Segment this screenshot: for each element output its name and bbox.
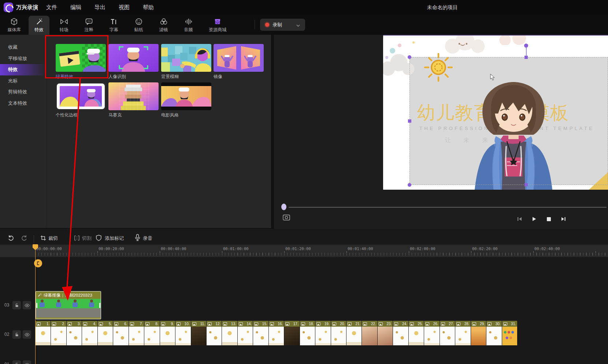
track-visibility-button[interactable] xyxy=(23,301,31,309)
timeline-image-clip[interactable]: 23. xyxy=(378,321,393,346)
timeline-image-clip[interactable]: 8. xyxy=(144,321,159,346)
record-voice-button[interactable]: 录音 xyxy=(143,235,152,242)
timeline-ruler[interactable]: 00:00:00:0000:00:20:0000:00:40:0000:01:0… xyxy=(0,245,608,257)
selection-box[interactable] xyxy=(409,57,608,185)
tab-subtitles[interactable]: 字幕 xyxy=(103,16,124,35)
timeline-image-clip[interactable]: 28. xyxy=(455,321,470,346)
menubar-item[interactable]: 文件 xyxy=(46,4,57,11)
selection-handle-mid-left[interactable] xyxy=(408,119,411,123)
timeline-image-clip[interactable]: 22. xyxy=(362,321,377,346)
tab-media-library[interactable]: 媒体库 xyxy=(4,16,25,35)
microphone-icon[interactable] xyxy=(135,234,140,241)
cut-button[interactable]: 切割 xyxy=(82,235,92,242)
timeline-image-clip[interactable]: 15. xyxy=(253,321,268,346)
timeline-image-clip[interactable]: 2. xyxy=(51,321,66,346)
sidebar-item[interactable]: 文本特效 xyxy=(0,98,47,109)
snapshot-camera-button[interactable] xyxy=(283,214,291,221)
sidebar-item[interactable]: 收藏 xyxy=(0,42,47,53)
effect-face-detect[interactable]: 人像识别 xyxy=(108,44,159,80)
timeline-image-clip[interactable]: 10. xyxy=(175,321,190,346)
timeline-image-clip[interactable]: 4. xyxy=(82,321,97,346)
seek-knob[interactable] xyxy=(281,204,286,210)
previous-frame-button[interactable] xyxy=(516,216,522,222)
timeline-image-clip[interactable]: 24. xyxy=(393,321,408,346)
timeline-image-clip[interactable]: 30. xyxy=(486,321,501,346)
timeline-image-clip[interactable]: 27. xyxy=(440,321,455,346)
effect-thumbnail[interactable] xyxy=(56,44,106,72)
timeline-image-clip[interactable]: 17. xyxy=(284,321,299,346)
tab-transitions[interactable]: 转场 xyxy=(53,16,74,35)
menubar-item[interactable]: 视图 xyxy=(119,4,130,11)
chevron-down-icon[interactable] xyxy=(296,22,300,28)
effect-thumbnail[interactable] xyxy=(108,44,159,72)
sidebar-item[interactable]: 剪辑特效 xyxy=(0,86,47,98)
tab-audio[interactable]: 音频 xyxy=(178,16,199,35)
rotation-handle[interactable] xyxy=(524,44,528,48)
effect-thumbnail[interactable] xyxy=(108,82,159,110)
tab-resource-store[interactable]: 资源商城 xyxy=(203,16,232,35)
timeline-image-clip[interactable]: 5. xyxy=(98,321,113,346)
timeline-image-clip[interactable]: 18. xyxy=(300,321,315,346)
timeline-image-clip[interactable]: 26. xyxy=(424,321,439,346)
stop-button[interactable] xyxy=(546,216,552,222)
seek-bar[interactable] xyxy=(289,207,607,208)
tab-stickers[interactable]: 贴纸 xyxy=(128,16,149,35)
effect-green-screen[interactable]: 绿幕特效 xyxy=(56,44,106,80)
effect-background-blur[interactable]: 背景模糊 xyxy=(161,44,211,80)
sidebar-item[interactable]: 光标 xyxy=(0,75,47,87)
selection-handle-top-left[interactable] xyxy=(408,55,411,59)
timeline-image-clip[interactable]: 14. xyxy=(238,321,253,346)
track-lock-button[interactable] xyxy=(12,301,21,309)
effect-cinema-style[interactable]: 电影风格 xyxy=(161,82,211,118)
timeline-image-clip[interactable]: 6. xyxy=(113,321,128,346)
timeline-image-clip[interactable]: 13. xyxy=(222,321,237,346)
timeline-image-clip[interactable]: 29. xyxy=(471,321,486,346)
menubar-item[interactable]: 编辑 xyxy=(70,4,81,11)
effect-thumbnail[interactable] xyxy=(161,44,211,72)
timeline-image-clip[interactable]: 21. xyxy=(346,321,362,346)
timeline-image-clip[interactable]: 20. xyxy=(331,321,346,346)
menubar-item[interactable]: 帮助 xyxy=(143,4,154,11)
track-visibility-button[interactable] xyxy=(23,360,31,364)
effect-custom-border[interactable]: 个性化边框 xyxy=(56,82,106,118)
sidebar-item[interactable]: 平移缩放 xyxy=(0,53,47,64)
crop-button[interactable]: 裁切 xyxy=(48,235,58,242)
add-marker-button[interactable]: 添加标记 xyxy=(105,235,124,242)
timeline-image-clip[interactable]: 19. xyxy=(315,321,330,346)
record-button[interactable]: 录制 xyxy=(260,19,305,31)
timeline-image-clip[interactable]: 3. xyxy=(67,321,82,346)
redo-button[interactable] xyxy=(21,234,28,241)
timeline-image-clip[interactable]: 31. xyxy=(502,321,517,346)
tab-effects[interactable]: 特效 xyxy=(29,16,49,35)
timeline-image-clip[interactable]: 12. xyxy=(207,321,222,346)
selection-handle-bottom-left[interactable] xyxy=(408,183,411,187)
timeline-clip-green-screen[interactable]: 绿幕抠像 | 录制20220323 xyxy=(36,291,101,319)
effect-thumbnail[interactable] xyxy=(214,44,264,72)
tab-annotations[interactable]: 注释 xyxy=(78,16,99,35)
sidebar-item[interactable]: 特效 xyxy=(0,64,47,75)
play-button[interactable] xyxy=(531,216,537,222)
effect-mirror[interactable]: 镜像 xyxy=(214,44,264,80)
timeline-image-clip[interactable]: 16. xyxy=(269,321,284,346)
timeline-image-clip[interactable]: 7. xyxy=(129,321,144,346)
tab-filters[interactable]: 滤镜 xyxy=(153,16,174,35)
effect-mosaic[interactable]: 马赛克 xyxy=(108,82,159,118)
next-frame-button[interactable] xyxy=(560,216,566,222)
track-lock-button[interactable] xyxy=(12,330,21,339)
timeline-image-clip[interactable]: 1. xyxy=(36,321,51,346)
track-lock-button[interactable] xyxy=(12,360,21,364)
image-clip-number: 28. xyxy=(464,322,470,326)
timeline-image-clip[interactable]: 25. xyxy=(409,321,424,346)
effect-thumbnail[interactable] xyxy=(161,82,211,110)
timeline-image-clip[interactable]: 11. xyxy=(191,321,206,346)
selection-handle-mid-bottom[interactable] xyxy=(524,183,528,186)
cut-icon[interactable] xyxy=(74,235,80,241)
effect-thumbnail[interactable] xyxy=(56,82,106,110)
crop-icon[interactable] xyxy=(40,235,46,241)
menubar-item[interactable]: 导出 xyxy=(94,4,105,11)
add-marker-icon[interactable] xyxy=(96,235,101,241)
timeline-image-clip[interactable]: 9. xyxy=(160,321,175,346)
track-visibility-button[interactable] xyxy=(23,330,31,339)
marker-badge-icon[interactable] xyxy=(34,259,42,267)
undo-button[interactable] xyxy=(7,234,15,241)
